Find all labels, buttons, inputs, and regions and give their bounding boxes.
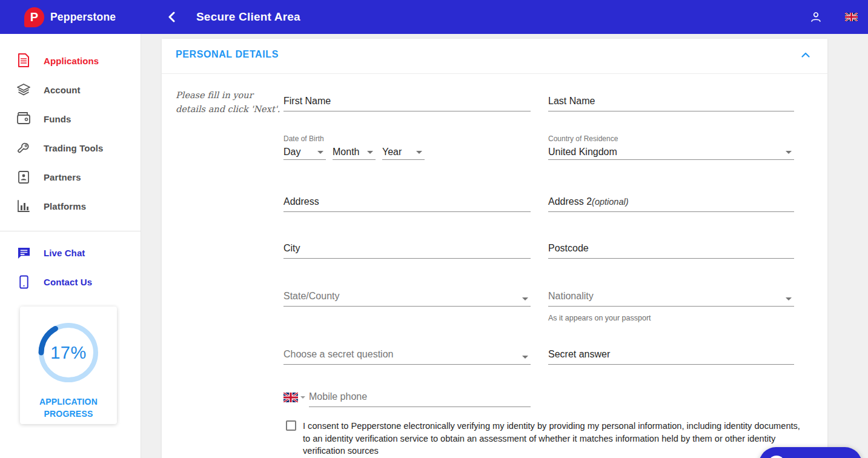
section-divider [162,73,827,74]
dropdown-arrow-icon [522,297,528,300]
dob-label: Date of Birth [283,134,324,143]
bar-chart-icon [16,199,31,213]
collapse-section-button[interactable] [798,47,813,62]
country-of-residence-select[interactable]: United Kingdom [548,147,794,160]
dob-year-select[interactable]: Year [382,147,425,160]
progress-percent: 17% [33,317,104,388]
dropdown-arrow-icon [416,151,422,154]
sidebar-item-partners[interactable]: Partners [0,162,141,191]
address2-field[interactable]: Address 2(optional) [548,196,794,212]
country-of-residence-label: Country of Residence [548,134,618,143]
wrench-icon [16,141,31,155]
language-selector[interactable] [841,7,861,27]
chevron-left-icon [168,12,175,22]
last-name-label: Last Name [548,96,595,106]
city-label: City [283,243,300,253]
chat-bubble-icon [768,456,785,458]
dob-month-select[interactable]: Month [333,147,376,160]
person-icon [809,10,823,24]
progress-label: APPLICATION PROGRESS [20,396,117,420]
address-label: Address [283,196,319,207]
wallet-icon [16,111,31,126]
sidebar-item-label: Platforms [44,201,86,211]
postcode-label: Postcode [548,243,589,253]
dropdown-arrow-icon [786,151,792,154]
state-county-placeholder: State/County [283,291,340,301]
sidebar: Applications Account Funds [0,34,141,458]
contact-us-label: Contact Us [44,277,92,287]
dropdown-arrow-icon [522,356,528,359]
mobile-phone-placeholder: Mobile phone [309,391,367,402]
address-field[interactable]: Address [283,196,531,212]
state-county-select[interactable]: State/County [283,291,531,307]
dropdown-arrow-icon [317,151,323,154]
need-help-button[interactable]: Need Help? [759,447,862,458]
uk-flag-icon [283,393,298,402]
logo-letter: P [30,11,38,23]
dropdown-arrow-icon [367,151,373,154]
secret-answer-label: Secret answer [548,349,610,359]
nationality-helper-text: As it appears on your passport [548,314,651,322]
secret-answer-field[interactable]: Secret answer [548,349,794,365]
sidebar-item-label: Account [44,85,81,95]
brand-name: Pepperstone [50,11,116,24]
phone-country-selector[interactable] [283,393,305,402]
month-value: Month [333,147,359,157]
sidebar-item-applications[interactable]: Applications [0,46,141,75]
optional-hint: (optional) [592,197,628,207]
sidebar-item-account[interactable]: Account [0,75,141,104]
progress-ring: 17% [33,317,104,388]
sidebar-item-label: Applications [44,56,99,66]
document-icon [16,53,31,68]
first-name-label: First Name [283,96,331,106]
postcode-field[interactable]: Postcode [548,243,794,259]
account-button[interactable] [806,7,826,27]
nationality-select[interactable]: Nationality [548,291,794,307]
city-field[interactable]: City [283,243,531,259]
layers-icon [16,82,31,97]
day-value: Day [283,147,300,157]
secret-question-placeholder: Choose a secret question [283,349,393,359]
country-value: United Kingdom [548,147,617,157]
contacts-icon [16,170,31,184]
pepperstone-logo-icon: P [24,7,44,27]
dropdown-arrow-icon [786,297,792,300]
phone-icon [16,274,31,289]
sidebar-item-label: Trading Tools [44,143,104,153]
address2-label: Address 2(optional) [548,196,629,207]
dropdown-arrow-icon [300,396,305,399]
live-chat-label: Live Chat [44,248,85,258]
live-chat-button[interactable]: Live Chat [0,238,141,267]
chat-icon [16,245,31,260]
application-progress-card: 17% APPLICATION PROGRESS [20,307,117,424]
personal-details-card: PERSONAL DETAILS Please fill in your det… [162,39,827,458]
sidebar-item-label: Funds [44,114,71,124]
secret-question-select[interactable]: Choose a secret question [283,349,531,365]
nationality-placeholder: Nationality [548,291,594,301]
sidebar-item-funds[interactable]: Funds [0,104,141,133]
page-title: Secure Client Area [196,10,300,24]
first-name-field[interactable]: First Name [283,96,531,111]
app-header: P Pepperstone Secure Client Area [0,0,868,34]
dob-day-select[interactable]: Day [283,147,326,160]
back-button[interactable] [162,8,181,26]
mobile-phone-input[interactable]: Mobile phone [309,391,531,407]
year-value: Year [382,147,402,157]
consent-checkbox[interactable] [286,420,296,431]
last-name-field[interactable]: Last Name [548,96,794,111]
form-intro-text: Please fill in your details and click 'N… [176,88,283,116]
section-title: PERSONAL DETAILS [176,49,279,60]
contact-us-button[interactable]: Contact Us [0,267,141,296]
sidebar-item-platforms[interactable]: Platforms [0,191,141,221]
sidebar-item-label: Partners [44,172,81,182]
brand[interactable]: P Pepperstone [24,7,133,27]
uk-flag-icon [845,13,858,21]
consent-text: I consent to Pepperstone electronically … [303,420,807,457]
sidebar-item-trading-tools[interactable]: Trading Tools [0,133,141,162]
chevron-up-icon [801,52,810,58]
